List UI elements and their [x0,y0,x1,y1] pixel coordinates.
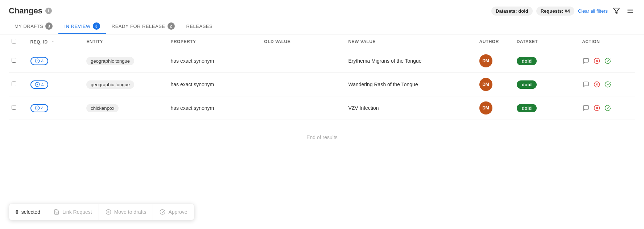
datasets-filter-chip: Datasets: doid [491,7,533,16]
table-row: 4 geographic tongue has exact synonym Wa… [9,73,635,96]
row-checkbox-1[interactable] [12,82,16,86]
tabs-container: MY DRAFTS 3 IN REVIEW 3 READY FOR RELEAS… [0,19,644,34]
col-old-value: Old value [261,34,345,49]
page-title: Changes [9,6,42,16]
select-all-checkbox[interactable] [12,39,16,43]
row-checkbox-0[interactable] [12,58,16,63]
tab-in-review[interactable]: IN REVIEW 3 [58,19,106,34]
check-circle-icon [35,58,40,63]
sort-icon[interactable] [51,39,55,43]
col-entity: Entity [83,34,168,49]
new-value: VZV Infection [348,105,379,111]
property-value: has exact synonym [170,105,214,111]
approve-icon[interactable] [604,57,612,65]
col-req-id: Req. ID [28,34,84,49]
end-of-results: End of results [9,120,635,155]
col-dataset: Dataset [514,34,579,49]
approve-icon[interactable] [604,104,612,112]
col-new-value: New value [345,34,476,49]
property-value: has exact synonym [170,82,214,87]
dataset-badge: doid [517,80,537,89]
req-id-value: 4 [41,105,44,111]
entity-chip: chickenpox [86,104,119,112]
req-id-badge: 4 [30,57,48,65]
col-author: Author [476,34,514,49]
dataset-badge: doid [517,104,537,112]
check-circle-icon [35,82,40,87]
table-row: 4 chickenpox has exact synonym VZV Infec… [9,96,635,120]
clear-filters-link[interactable]: Clear all filters [578,8,608,14]
reject-icon[interactable] [593,80,601,88]
comment-icon[interactable] [582,104,590,112]
req-id-badge: 4 [30,80,48,89]
comment-icon[interactable] [582,80,590,88]
author-avatar: DM [479,101,492,114]
reject-icon[interactable] [593,104,601,112]
check-circle-icon [35,105,40,111]
col-action: Action [579,34,635,49]
tab-my-drafts[interactable]: MY DRAFTS 3 [9,19,58,34]
req-id-badge: 4 [30,104,48,112]
entity-chip: geographic tongue [86,80,134,89]
table-row: 4 geographic tongue has exact synonym Er… [9,49,635,73]
new-value: Erythema Migrans of the Tongue [348,58,421,64]
property-value: has exact synonym [170,58,214,64]
reject-icon[interactable] [593,57,601,65]
req-id-value: 4 [41,82,44,87]
dataset-badge: doid [517,57,537,65]
author-avatar: DM [479,54,492,67]
row-checkbox-2[interactable] [12,105,16,110]
changes-table: Req. ID Entity Property Old value New va… [9,34,635,120]
comment-icon[interactable] [582,57,590,65]
tab-releases[interactable]: RELEASES [181,19,219,34]
menu-button[interactable] [625,6,635,16]
requests-filter-chip: Requests: #4 [536,7,574,16]
approve-icon[interactable] [604,80,612,88]
tab-ready-for-release[interactable]: READY FOR RELEASE 2 [106,19,181,34]
author-avatar: DM [479,78,492,91]
add-filter-button[interactable] [611,6,622,16]
req-id-value: 4 [41,58,44,64]
col-property: Property [168,34,261,49]
new-value: Wandering Rash of the Tongue [348,82,418,87]
entity-chip: geographic tongue [86,57,134,65]
info-icon[interactable]: i [45,8,52,14]
